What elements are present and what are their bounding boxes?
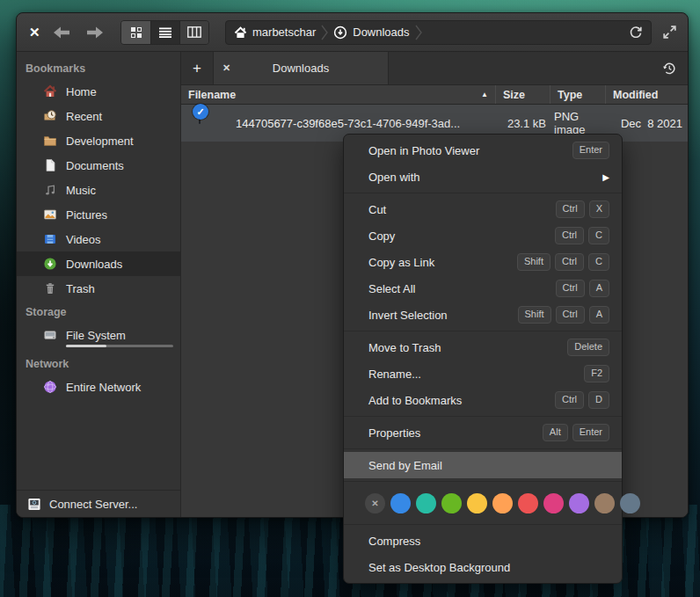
color-swatch-banana[interactable]: [467, 493, 487, 513]
grid-view-button[interactable]: [121, 21, 150, 44]
sidebar-item-label: Home: [66, 85, 97, 98]
menu-item-invert-selection[interactable]: Invert Selection Shift Ctrl A: [344, 302, 622, 328]
column-header-modified[interactable]: Modified: [606, 85, 688, 104]
color-swatch-blueberry[interactable]: [390, 493, 411, 513]
breadcrumb-downloads[interactable]: Downloads: [333, 25, 409, 40]
menu-separator: [344, 524, 622, 525]
sidebar-item-home[interactable]: Home: [17, 79, 180, 104]
sidebar-item-label: Documents: [66, 159, 124, 172]
sidebar-header-network: Network: [17, 353, 180, 375]
menu-item-move-to-trash[interactable]: Move to Trash Delete: [344, 334, 622, 360]
keycap: X: [589, 200, 609, 217]
fullscreen-button[interactable]: [662, 25, 677, 40]
keycap: A: [589, 280, 609, 296]
home-folder-icon: [43, 84, 57, 98]
menu-item-set-as-desktop-background[interactable]: Set as Desktop Background: [344, 554, 622, 580]
color-swatch-slate[interactable]: [620, 493, 640, 513]
menu-item-open-with[interactable]: Open with ▶: [344, 164, 622, 190]
tab-history-button[interactable]: [651, 52, 688, 84]
color-swatch-bubblegum[interactable]: [543, 493, 564, 513]
sidebar-item-entire-network[interactable]: Entire Network: [17, 375, 180, 399]
keycap: C: [588, 253, 609, 270]
sidebar-item-development[interactable]: Development: [17, 128, 180, 153]
connect-server-icon: [27, 497, 41, 511]
menu-item-properties[interactable]: Properties Alt Enter: [344, 419, 622, 446]
sidebar-item-trash[interactable]: Trash: [17, 276, 180, 301]
tab-downloads[interactable]: ✕ Downloads: [213, 52, 389, 84]
menu-item-label: Move to Trash: [368, 341, 567, 354]
column-view-icon: [187, 26, 201, 38]
menu-item-label: Copy: [368, 229, 555, 243]
sidebar-item-pictures[interactable]: Pictures: [17, 202, 180, 227]
menu-item-rename[interactable]: Rename... F2: [344, 360, 622, 387]
breadcrumb-folder-label: Downloads: [353, 25, 409, 39]
document-icon: [43, 158, 57, 172]
forward-button[interactable]: [82, 20, 108, 45]
menu-item-copy-as-link[interactable]: Copy as Link Shift Ctrl C: [344, 249, 622, 275]
keycap: Shift: [518, 306, 551, 323]
sidebar-item-recent[interactable]: Recent: [17, 104, 180, 128]
menu-item-open-in-photo-viewer[interactable]: Open in Photo Viewer Enter: [344, 137, 622, 164]
selected-check-icon[interactable]: ✓: [193, 104, 208, 120]
window-close-button[interactable]: ✕: [29, 25, 48, 40]
menu-item-select-all[interactable]: Select All Ctrl A: [344, 275, 622, 302]
sidebar-item-label: Recent: [66, 110, 102, 123]
color-swatch-strawberry[interactable]: [518, 493, 538, 513]
connect-server-button[interactable]: Connect Server...: [17, 490, 180, 517]
column-label: Size: [503, 89, 525, 101]
sidebar-item-filesystem[interactable]: File System: [17, 323, 180, 353]
column-header-type[interactable]: Type: [551, 85, 606, 104]
sidebar-item-label: Music: [66, 184, 96, 197]
menu-item-add-to-bookmarks[interactable]: Add to Bookmarks Ctrl D: [344, 387, 622, 413]
menu-item-label: Compress: [368, 535, 609, 548]
clear-color-swatch[interactable]: ✕: [365, 493, 385, 513]
sidebar-item-label: Development: [66, 135, 134, 148]
keycap: Ctrl: [556, 200, 585, 217]
menu-item-compress[interactable]: Compress: [344, 528, 622, 554]
refresh-icon: [629, 25, 643, 40]
keycap: Enter: [572, 424, 609, 440]
sidebar-item-videos[interactable]: Videos: [17, 227, 180, 251]
color-swatch-orange[interactable]: [492, 493, 513, 513]
menu-item-label: Select All: [368, 282, 556, 295]
music-note-icon: [43, 183, 57, 197]
sidebar-item-music[interactable]: Music: [17, 178, 180, 202]
keycap: F2: [584, 365, 609, 382]
refresh-button[interactable]: [629, 25, 643, 40]
breadcrumb-home[interactable]: marbetschar: [234, 25, 316, 39]
menu-item-send-by-email[interactable]: Send by Email: [344, 452, 622, 478]
sidebar-item-downloads[interactable]: Downloads: [17, 251, 180, 276]
color-label-row: ✕: [344, 484, 622, 521]
file-type: PNG image: [551, 110, 606, 136]
menu-item-label: Copy as Link: [368, 256, 517, 269]
menu-item-label: Open in Photo Viewer: [368, 144, 572, 157]
back-button[interactable]: [48, 20, 75, 45]
list-view-button[interactable]: [150, 21, 179, 44]
tab-close-icon[interactable]: ✕: [222, 62, 237, 74]
menu-item-cut[interactable]: Cut Ctrl X: [344, 196, 622, 222]
sidebar-header-bookmarks: Bookmarks: [17, 57, 180, 79]
headerbar: ✕: [17, 13, 688, 52]
sidebar-item-documents[interactable]: Documents: [17, 153, 180, 178]
sidebar-header-storage: Storage: [17, 301, 180, 323]
menu-item-copy[interactable]: Copy Ctrl C: [344, 222, 622, 249]
recent-clock-icon: [43, 109, 57, 123]
home-icon: [234, 26, 247, 39]
disk-usage-fill: [66, 345, 106, 347]
column-header-size[interactable]: Size: [496, 85, 551, 104]
keycap: C: [588, 227, 609, 244]
color-swatch-grape[interactable]: [569, 493, 589, 513]
color-swatch-cocoa[interactable]: [594, 493, 615, 513]
column-header-filename[interactable]: Filename ▲: [181, 85, 496, 104]
column-view-button[interactable]: [179, 21, 208, 44]
color-swatch-lime[interactable]: [441, 493, 462, 513]
color-swatch-mint[interactable]: [416, 493, 436, 513]
desktop-wallpaper: ✕: [0, 0, 700, 597]
sidebar: Bookmarks Home: [17, 52, 181, 517]
new-tab-button[interactable]: +: [181, 52, 213, 84]
breadcrumb[interactable]: marbetschar Downloads: [225, 20, 652, 45]
menu-item-label: Add to Bookmarks: [368, 394, 555, 407]
sidebar-item-label: Pictures: [66, 208, 107, 222]
file-size: 23.1 kB: [496, 117, 551, 130]
sidebar-item-label: Entire Network: [66, 381, 141, 394]
